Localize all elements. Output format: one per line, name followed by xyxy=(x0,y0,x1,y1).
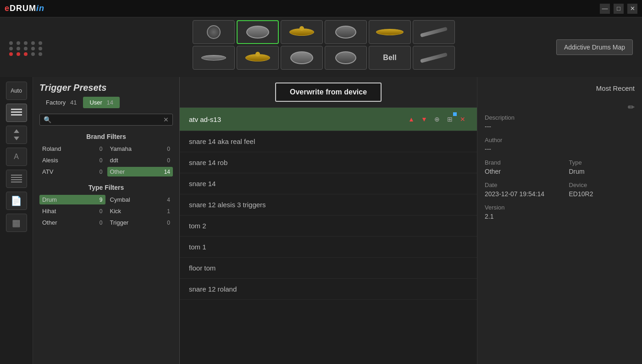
pad-stick2[interactable] xyxy=(413,46,455,70)
presets-panel: Trigger Presets Factory 41 User 14 🔍 ✕ B… xyxy=(33,77,180,364)
sidebar-a[interactable]: A xyxy=(6,148,27,166)
brand-col: Brand Other xyxy=(485,159,551,175)
close-button[interactable]: ✕ xyxy=(627,4,637,14)
sidebar-lines[interactable] xyxy=(6,170,27,188)
user-label: User xyxy=(89,99,102,106)
pad-hihat[interactable] xyxy=(237,46,279,70)
logo-in: in xyxy=(36,4,44,13)
preset-copy-btn[interactable]: ⊕ xyxy=(432,114,442,124)
edit-icon[interactable]: ✏ xyxy=(628,102,635,112)
search-icon: 🔍 xyxy=(44,116,51,123)
logo-e: e xyxy=(5,4,10,13)
svg-rect-0 xyxy=(11,109,22,110)
filter-yamaha[interactable]: Yamaha 0 xyxy=(107,144,173,154)
filter-other-type[interactable]: Other 0 xyxy=(39,218,105,227)
presets-title: Trigger Presets xyxy=(39,83,106,93)
preset-item[interactable]: snare 14 xyxy=(180,173,477,194)
type-filters-title: Type Filters xyxy=(39,184,173,191)
preset-item-active[interactable]: atv ad-s13 ▲ ▼ ⊕ ⊞ ✕ xyxy=(180,108,477,131)
filter-roland[interactable]: Roland 0 xyxy=(39,144,105,154)
filter-alesis[interactable]: Alesis 0 xyxy=(39,155,105,165)
maximize-button[interactable]: □ xyxy=(614,4,624,14)
filter-atv[interactable]: ATV 0 xyxy=(39,167,105,176)
dots-grid xyxy=(9,41,44,56)
preset-item[interactable]: snare 12 roland xyxy=(180,279,477,300)
preset-item[interactable]: snare 14 rob xyxy=(180,152,477,173)
clear-search-icon[interactable]: ✕ xyxy=(163,116,169,123)
preset-item[interactable]: tom 1 xyxy=(180,237,477,258)
factory-user-tabs: Factory 41 User 14 xyxy=(33,97,179,112)
device-value: ED10R2 xyxy=(569,190,635,198)
preset-download-btn[interactable]: ▼ xyxy=(419,114,429,124)
filter-trigger[interactable]: Trigger 0 xyxy=(107,218,173,227)
version-label: Version xyxy=(485,204,635,211)
brand-filter-grid: Roland 0 Yamaha 0 Alesis 0 ddt 0 ATV 0 xyxy=(39,144,173,176)
addictive-drums-map-button[interactable]: Addictive Drums Map xyxy=(556,39,633,55)
preset-item[interactable]: floor tom xyxy=(180,258,477,279)
logo-drum: DRUM xyxy=(10,4,36,13)
snare2-icon xyxy=(290,51,313,64)
svg-rect-6 xyxy=(11,177,22,178)
type-filters: Type Filters Drum 9 Cymbal 4 Hihat 0 Kic… xyxy=(33,180,179,231)
dot xyxy=(31,52,35,56)
filter-cymbal[interactable]: Cymbal 4 xyxy=(107,195,173,204)
pad-kick[interactable] xyxy=(193,20,235,44)
pad-snare-active[interactable] xyxy=(237,20,279,44)
sidebar-list[interactable] xyxy=(6,104,27,122)
overwrite-bar: Overwrite from device xyxy=(180,77,477,108)
search-input[interactable] xyxy=(51,116,163,123)
preset-item[interactable]: tom 2 xyxy=(180,215,477,237)
drum-toolbar: Bell Addictive Drums Map xyxy=(0,17,642,77)
description-value: --- xyxy=(485,123,635,130)
filter-other[interactable]: Other 14 xyxy=(107,167,173,176)
pad-tom2[interactable] xyxy=(325,46,367,70)
hihat-foot-icon xyxy=(201,55,226,61)
sidebar-chip[interactable]: ▦ xyxy=(6,214,27,232)
factory-count: 41 xyxy=(70,99,77,106)
most-recent-button[interactable]: Most Recent xyxy=(596,84,635,92)
brand-type-row: Brand Other Type Drum xyxy=(485,159,635,175)
minimize-button[interactable]: — xyxy=(600,4,610,14)
sidebar-arrows[interactable] xyxy=(6,126,27,144)
brand-label: Brand xyxy=(485,159,551,166)
filter-kick[interactable]: Kick 1 xyxy=(107,206,173,216)
overwrite-from-device-button[interactable]: Overwrite from device xyxy=(275,83,382,102)
preset-delete-btn[interactable]: ✕ xyxy=(458,114,468,124)
filter-hihat[interactable]: Hihat 0 xyxy=(39,206,105,216)
pad-cymbal[interactable] xyxy=(281,20,323,44)
svg-rect-7 xyxy=(11,179,22,180)
search-bar: 🔍 ✕ xyxy=(39,114,173,126)
preset-upload-btn[interactable]: ▲ xyxy=(406,114,416,124)
preset-item[interactable]: snare 14 aka real feel xyxy=(180,131,477,152)
dot-red xyxy=(17,52,20,56)
pad-ride[interactable] xyxy=(369,20,411,44)
user-tab[interactable]: User 14 xyxy=(83,97,120,108)
factory-tab[interactable]: Factory 41 xyxy=(39,97,83,108)
pad-bell[interactable]: Bell xyxy=(369,46,411,70)
stick2-icon xyxy=(420,52,448,63)
preset-item-name: atv ad-s13 xyxy=(189,116,221,123)
presets-header: Trigger Presets xyxy=(33,77,179,97)
type-filter-grid: Drum 9 Cymbal 4 Hihat 0 Kick 1 Other 0 xyxy=(39,195,173,227)
left-sidebar: Auto A 📄 ▦ xyxy=(0,77,33,364)
pad-snare2[interactable] xyxy=(281,46,323,70)
brand-filters: Brand Filters Roland 0 Yamaha 0 Alesis 0… xyxy=(33,129,179,180)
date-value: 2023-12-07 19:54:14 xyxy=(485,190,551,198)
sidebar-pdf[interactable]: 📄 xyxy=(6,192,27,210)
pad-stick[interactable] xyxy=(413,20,455,44)
preset-link-btn[interactable]: ⊞ xyxy=(445,114,455,124)
factory-label: Factory xyxy=(46,99,66,106)
pad-tom[interactable] xyxy=(325,20,367,44)
type-label: Type xyxy=(569,159,635,166)
preset-item-actions: ▲ ▼ ⊕ ⊞ ✕ xyxy=(406,114,468,124)
sidebar-auto[interactable]: Auto xyxy=(6,82,27,100)
preset-item[interactable]: snare 12 alesis 3 triggers xyxy=(180,194,477,215)
filter-ddt[interactable]: ddt 0 xyxy=(107,155,173,165)
author-value: --- xyxy=(485,145,635,153)
window-controls: — □ ✕ xyxy=(600,4,637,14)
filter-drum[interactable]: Drum 9 xyxy=(39,195,105,204)
pad-hihat-foot[interactable] xyxy=(193,46,235,70)
dot xyxy=(9,41,13,45)
svg-rect-2 xyxy=(11,114,22,116)
device-col: Device ED10R2 xyxy=(569,182,635,198)
